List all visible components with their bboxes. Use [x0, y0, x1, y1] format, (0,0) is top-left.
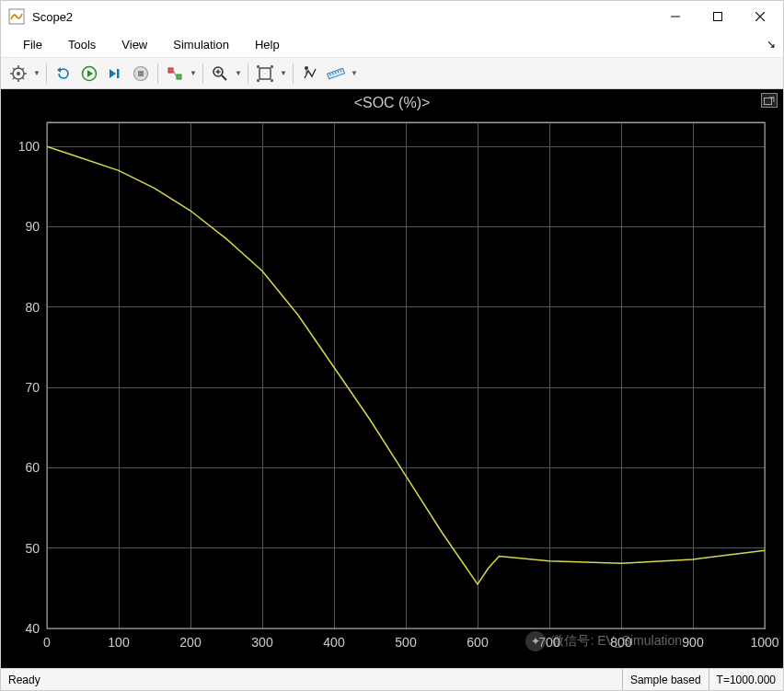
highlight-dropdown[interactable]: ▼	[189, 62, 198, 86]
svg-line-14	[22, 68, 24, 70]
svg-text:50: 50	[25, 541, 40, 556]
maximize-button[interactable]	[697, 2, 739, 31]
toolbar-separator	[46, 63, 47, 84]
menu-simulation[interactable]: Simulation	[160, 34, 242, 55]
ruler-dropdown[interactable]: ▼	[350, 62, 359, 86]
toolbar-separator	[157, 63, 158, 84]
svg-text:80: 80	[25, 300, 40, 315]
svg-text:100: 100	[18, 139, 40, 154]
run-button[interactable]	[77, 62, 101, 86]
status-mode: Sample based	[622, 669, 709, 690]
svg-line-26	[222, 75, 226, 80]
svg-rect-22	[168, 68, 173, 73]
stop-button[interactable]	[129, 62, 153, 86]
svg-text:40: 40	[25, 621, 40, 636]
svg-text:90: 90	[25, 219, 40, 234]
svg-text:300: 300	[251, 635, 273, 650]
autoscale-dropdown[interactable]: ▼	[279, 62, 288, 86]
svg-line-12	[22, 77, 24, 79]
highlight-button[interactable]	[163, 62, 187, 86]
svg-point-30	[305, 66, 308, 70]
config-dropdown[interactable]: ▼	[32, 62, 41, 86]
scope-panel: <SOC (%)> 010020030040050060070080090010…	[1, 89, 783, 668]
plot-area[interactable]: 0100200300400500600700800900100040506070…	[1, 113, 783, 668]
menu-bar: File Tools View Simulation Help ↘	[1, 32, 783, 58]
svg-text:70: 70	[25, 380, 40, 395]
menu-view[interactable]: View	[109, 34, 160, 55]
menu-help[interactable]: Help	[242, 34, 293, 55]
svg-line-24	[173, 70, 177, 76]
svg-text:600: 600	[467, 635, 489, 650]
zoom-dropdown[interactable]: ▼	[234, 62, 243, 86]
status-time: T=1000.000	[709, 669, 783, 690]
close-button[interactable]	[739, 2, 781, 31]
dock-arrow-icon[interactable]: ↘	[767, 38, 776, 51]
toolbar-separator	[202, 63, 203, 84]
wechat-icon: ✦	[525, 631, 546, 651]
svg-rect-21	[138, 71, 144, 76]
toolbar-separator	[293, 63, 294, 84]
svg-point-6	[17, 72, 20, 75]
watermark: ✦ 微信号: EV_Simulation	[525, 631, 682, 651]
cursor-button[interactable]	[298, 62, 322, 86]
window-title: Scope2	[32, 10, 73, 24]
svg-line-13	[13, 77, 15, 79]
autoscale-button[interactable]	[253, 62, 277, 86]
svg-marker-18	[110, 69, 116, 78]
app-icon	[8, 8, 25, 25]
svg-text:200: 200	[179, 635, 202, 650]
minimize-button[interactable]	[654, 2, 697, 31]
svg-rect-19	[117, 69, 120, 78]
svg-marker-15	[57, 67, 61, 73]
title-bar: Scope2	[1, 1, 783, 32]
zoom-button[interactable]	[208, 62, 232, 86]
svg-line-11	[13, 68, 15, 70]
svg-text:400: 400	[323, 635, 345, 650]
ruler-button[interactable]	[324, 62, 348, 86]
status-bar: Ready Sample based T=1000.000	[1, 668, 783, 690]
menu-tools[interactable]: Tools	[55, 34, 109, 55]
svg-rect-38	[765, 98, 772, 105]
svg-rect-29	[259, 68, 271, 79]
svg-text:500: 500	[395, 635, 417, 650]
restart-button[interactable]	[52, 62, 75, 86]
svg-text:900: 900	[682, 635, 704, 650]
svg-marker-17	[87, 70, 93, 77]
float-button[interactable]	[761, 93, 778, 108]
svg-text:60: 60	[25, 460, 40, 475]
toolbar-separator	[248, 63, 248, 84]
config-button[interactable]	[6, 62, 30, 86]
step-button[interactable]	[103, 62, 127, 86]
svg-rect-2	[714, 13, 722, 21]
svg-text:1000: 1000	[750, 635, 778, 650]
svg-rect-23	[177, 75, 181, 79]
status-ready: Ready	[1, 674, 622, 686]
plot-title: <SOC (%)>	[1, 89, 783, 113]
toolbar: ▼ ▼ ▼ ▼ ▼	[1, 58, 783, 89]
menu-file[interactable]: File	[10, 34, 55, 55]
watermark-text: 微信号: EV_Simulation	[551, 633, 682, 650]
svg-text:0: 0	[43, 635, 51, 650]
svg-text:100: 100	[108, 635, 130, 650]
